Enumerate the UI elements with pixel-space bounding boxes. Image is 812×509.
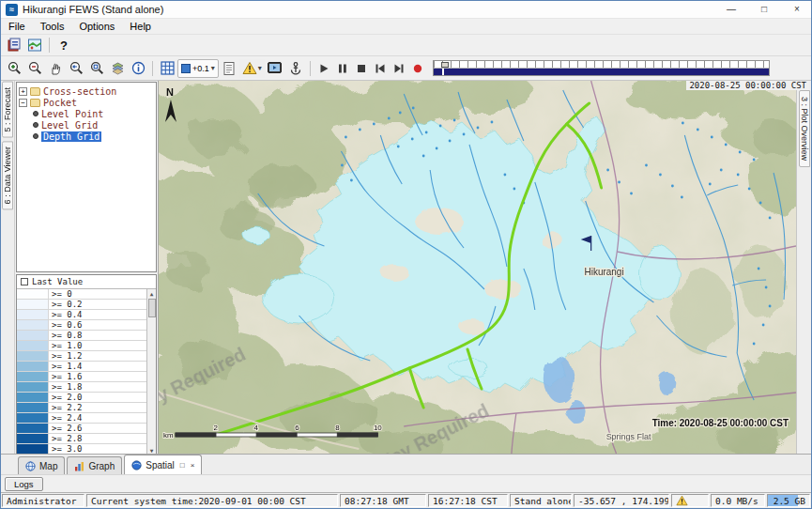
zoom-out-button[interactable] xyxy=(24,58,45,78)
legend-row: >= 2.2 xyxy=(17,403,146,413)
display-time-label: 2020-08-25 00:00:00 CST xyxy=(686,81,809,90)
legend-color-swatch xyxy=(17,393,49,402)
tab-spatial-label: Spatial xyxy=(146,460,175,470)
tree-item-pocket[interactable]: − Pocket xyxy=(19,97,154,108)
tab-close-icon[interactable]: × xyxy=(191,461,195,470)
legend-scrollbar[interactable]: ▲ ▼ xyxy=(146,289,156,455)
minimize-button[interactable]: — xyxy=(717,1,745,18)
record-icon xyxy=(411,62,424,75)
record-button[interactable] xyxy=(408,58,427,78)
title-bar[interactable]: ≈ Hikurangi FEWS (Stand alone) — □ × xyxy=(1,1,811,19)
legend-toggle-button[interactable] xyxy=(219,58,239,78)
time-navigator-ruler[interactable] xyxy=(434,61,769,69)
tree-item-label[interactable]: Level Grid xyxy=(41,120,98,131)
legend-value: >= 0.6 xyxy=(49,320,146,330)
legend-header: Last Value xyxy=(17,275,156,289)
tree-item-label[interactable]: Level Point xyxy=(41,109,103,119)
legend-value: >= 1.4 xyxy=(49,362,146,371)
logs-row: Logs xyxy=(1,474,811,492)
svg-text:km: km xyxy=(163,431,174,440)
pan-button[interactable] xyxy=(45,58,66,78)
folder-icon xyxy=(30,87,40,96)
go-to-start-button[interactable] xyxy=(371,58,390,78)
legend-color-swatch xyxy=(17,310,49,319)
tree-item-depth-grid[interactable]: Depth Grid xyxy=(19,131,154,142)
legend-color-swatch xyxy=(17,413,49,423)
map-display-button[interactable] xyxy=(24,36,45,55)
grid-display-button[interactable] xyxy=(157,58,177,78)
stop-button[interactable] xyxy=(352,58,371,78)
expander-expanded-icon[interactable]: − xyxy=(19,99,27,107)
close-button[interactable]: × xyxy=(783,1,811,18)
time-navigator[interactable] xyxy=(433,60,770,76)
legend-color-swatch xyxy=(17,424,49,433)
shortcut-tab-forecast[interactable]: 5 : Forecast xyxy=(2,82,13,138)
legend-panel: Last Value >= 0>= 0.2>= 0.4>= 0.6>= 0.8>… xyxy=(16,274,157,455)
scroll-up-icon[interactable]: ▲ xyxy=(150,289,154,298)
last-value-checkbox[interactable] xyxy=(21,278,28,285)
tab-graph[interactable]: Graph xyxy=(67,456,122,474)
legend-value: >= 2.8 xyxy=(49,434,146,443)
info-button[interactable] xyxy=(128,58,148,78)
map-time-label: Time: 2020-08-25 00:00:00 CST xyxy=(652,418,789,428)
bottom-tab-bar: Map Graph Spatial □ × xyxy=(1,454,811,474)
map-canvas[interactable]: API Key Required API Key Required N Hiku… xyxy=(159,81,796,454)
shortcut-tab-plot-overview[interactable]: 3 : Plot Overview xyxy=(799,90,810,167)
legend-value: >= 1.6 xyxy=(49,372,146,381)
zoom-in-button[interactable] xyxy=(4,58,24,78)
tree-item-level-point[interactable]: Level Point xyxy=(19,108,154,119)
threshold-offset-button[interactable]: +0.1 ▾ xyxy=(177,59,219,78)
map-toolbar: +0.1 ▾ ▾ xyxy=(1,56,811,81)
forecast-manager-button[interactable] xyxy=(4,36,24,55)
layer-tree[interactable]: + Cross-section − Pocket Level Point xyxy=(16,82,157,272)
help-button[interactable]: ? xyxy=(54,36,74,55)
bar-chart-icon xyxy=(74,461,84,471)
zoom-previous-button[interactable] xyxy=(66,58,86,78)
expander-collapsed-icon[interactable]: + xyxy=(19,87,27,96)
tree-item-cross-section[interactable]: + Cross-section xyxy=(19,85,154,97)
menu-tools[interactable]: Tools xyxy=(33,21,72,32)
animation-display-button[interactable] xyxy=(265,58,285,78)
tree-item-label-selected[interactable]: Depth Grid xyxy=(41,131,101,142)
legend-color-swatch xyxy=(17,434,49,443)
tab-float-icon[interactable]: □ xyxy=(180,461,185,470)
chevron-down-icon: ▾ xyxy=(258,64,262,72)
menu-file[interactable]: File xyxy=(1,21,33,32)
layers-button[interactable] xyxy=(107,58,128,78)
last-value-label: Last Value xyxy=(32,277,83,286)
town-label: Hikurangi xyxy=(585,267,624,277)
tab-spatial[interactable]: Spatial □ × xyxy=(124,455,202,474)
shortcut-tab-data-viewer[interactable]: 6 : Data Viewer xyxy=(2,141,13,209)
time-slider-thumb[interactable] xyxy=(441,62,449,68)
menu-options[interactable]: Options xyxy=(71,21,122,32)
right-shortcut-strip: 3 : Plot Overview xyxy=(796,81,811,454)
zoom-extent-button[interactable] xyxy=(86,58,107,78)
tree-item-label[interactable]: Cross-section xyxy=(43,86,116,97)
app-window: ≈ Hikurangi FEWS (Stand alone) — □ × Fil… xyxy=(0,0,812,509)
skip-to-end-icon xyxy=(392,62,406,75)
svg-text:N: N xyxy=(166,86,174,98)
toolbar-separator xyxy=(152,61,153,76)
threshold-warning-button[interactable]: ▾ xyxy=(239,59,265,78)
legend-color-swatch xyxy=(17,382,49,392)
map-area: API Key Required API Key Required N Hiku… xyxy=(159,81,796,454)
go-to-end-button[interactable] xyxy=(390,58,408,78)
help-icon: ? xyxy=(60,39,68,53)
maximize-button[interactable]: □ xyxy=(750,1,778,18)
tree-item-level-grid[interactable]: Level Grid xyxy=(19,119,154,131)
scrollbar-thumb[interactable] xyxy=(148,299,156,317)
play-button[interactable] xyxy=(314,58,333,78)
toolbar-separator xyxy=(49,38,50,53)
logs-button[interactable]: Logs xyxy=(5,477,43,491)
tab-map[interactable]: Map xyxy=(18,456,65,474)
tree-item-label[interactable]: Pocket xyxy=(43,98,77,108)
locality-label: Springs Flat xyxy=(606,432,651,441)
status-alerts[interactable] xyxy=(671,494,709,507)
legend-row: >= 1.0 xyxy=(17,341,146,351)
layers-icon xyxy=(110,60,126,76)
time-navigator-bar[interactable] xyxy=(434,69,769,75)
menu-help[interactable]: Help xyxy=(122,21,159,32)
pause-button[interactable] xyxy=(333,58,352,78)
legend-row: >= 1.6 xyxy=(17,372,146,382)
location-marker-button[interactable] xyxy=(285,58,306,78)
